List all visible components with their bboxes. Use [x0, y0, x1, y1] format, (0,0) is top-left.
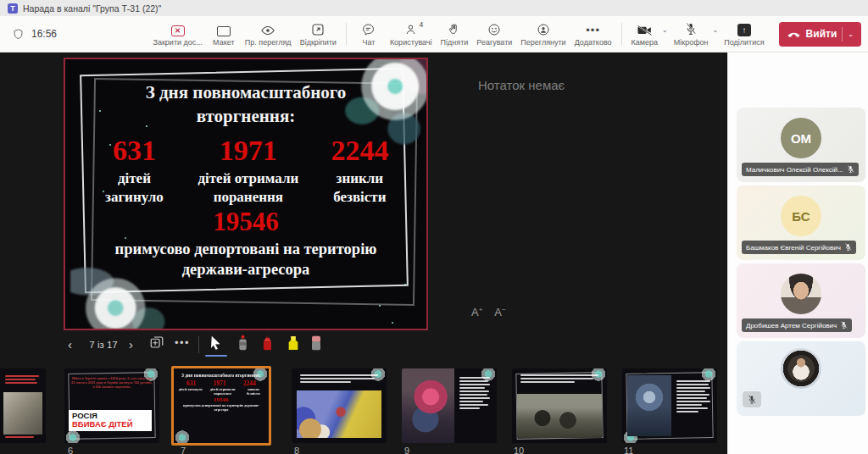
pop-out-icon	[311, 23, 325, 36]
mic-muted-icon	[847, 165, 854, 174]
avatar-photo	[781, 274, 821, 314]
leave-button[interactable]: Вийти ⌄	[779, 22, 861, 47]
participants-count: 4	[419, 20, 423, 29]
more-icon: •••	[586, 22, 600, 36]
chat-button[interactable]: Чат	[352, 20, 386, 48]
cursor-icon	[209, 335, 224, 352]
chat-icon	[361, 23, 376, 36]
share-button[interactable]: ↑ Поділитися	[720, 20, 768, 48]
thumbnail-slide-5[interactable]	[0, 368, 46, 443]
thumbnail-slide-content: З дня повномасштабного вторгнення: 63119…	[174, 368, 269, 443]
thumbnail-number: 6	[68, 446, 73, 454]
window-title-bar: T Нарада в каналі "Група Т-31 (22)"	[0, 0, 868, 16]
people-icon	[404, 23, 417, 36]
flower-decoration	[64, 430, 83, 443]
grid-view-button[interactable]	[149, 335, 164, 353]
layout-button[interactable]: Макет	[207, 20, 241, 48]
thumbnail-slide-8[interactable]	[292, 368, 387, 443]
font-increase-button[interactable]: A+	[471, 306, 482, 318]
shield-icon	[12, 28, 25, 41]
meeting-timer: 16:56	[12, 28, 57, 41]
participant-tile[interactable]: БС Башмаков Євгеній Сергійович	[737, 185, 865, 260]
thumbnail-slide-11[interactable]	[622, 368, 717, 443]
thumbnail-slide-10[interactable]	[512, 368, 607, 443]
layout-icon	[217, 26, 231, 36]
thumbnail-photo	[517, 394, 602, 438]
camera-chevron-down-icon[interactable]: ⌄	[662, 26, 668, 34]
mic-button[interactable]: Мікрофон	[670, 20, 713, 48]
leave-chevron-down-icon[interactable]: ⌄	[848, 30, 854, 38]
view-button[interactable]: Переглянути	[516, 20, 570, 48]
slide-statistics: 631 дітей загинуло 1971 дітей отримали п…	[65, 136, 426, 207]
stat-deported-label: примусово депортовані на територію держа…	[115, 239, 377, 280]
thumbnail-slide-9[interactable]	[402, 368, 497, 443]
meeting-controls: Чат 4 Користувачі Підняти Реагувати Пере…	[352, 20, 616, 48]
eraser-tool-button[interactable]	[310, 335, 322, 355]
laser-pointer-button[interactable]	[237, 335, 248, 355]
stat-deported-value: 19546	[213, 208, 279, 235]
pointer-tool-button[interactable]	[209, 335, 224, 355]
highlighter-tool-button[interactable]	[287, 335, 300, 355]
close-share-button[interactable]: ✕ Закрити дос...	[148, 20, 206, 48]
highlighter-icon	[287, 335, 300, 352]
thumbnail-banner: РОСІЯ ВБИВАЄ ДІТЕЙ	[69, 410, 152, 431]
camera-button[interactable]: Камера	[627, 20, 662, 48]
teams-logo-icon: T	[8, 3, 18, 14]
thumbnail-slide-6[interactable]: Війна в Україні триває з 2014 року. З то…	[64, 368, 159, 443]
participant-tile[interactable]	[737, 341, 865, 416]
participant-tile[interactable]: Дробишев Артем Сергійович	[737, 263, 865, 338]
slide-more-button[interactable]: •••	[175, 335, 190, 352]
previous-slide-button[interactable]: ‹	[68, 335, 72, 355]
raised-hand-icon	[448, 22, 460, 36]
mic-chevron-down-icon[interactable]: ⌄	[713, 26, 719, 34]
nav-divider	[198, 336, 199, 353]
notes-font-controls: A+ A−	[471, 306, 506, 318]
slide-content: З дня повномасштабного вторгнення: 631 д…	[65, 59, 426, 329]
stat-missing: 2244 зникли безвісти	[315, 136, 404, 207]
participant-tile[interactable]: ОМ Маличкович Олексій Олексій...	[737, 108, 865, 182]
participants-panel: ОМ Маличкович Олексій Олексій... БС Башм…	[727, 53, 868, 454]
close-share-icon: ✕	[171, 25, 185, 36]
slide-navigation-bar: ‹ 7 із 17 › •••	[0, 335, 727, 358]
next-slide-button[interactable]: ›	[129, 335, 133, 355]
react-button[interactable]: Реагувати	[472, 20, 516, 48]
thumbnail-number: 11	[624, 446, 633, 454]
thumbnail-number: 9	[404, 446, 409, 454]
raise-hand-button[interactable]: Підняти	[437, 20, 473, 48]
font-decrease-button[interactable]: A−	[494, 306, 505, 318]
more-button[interactable]: ••• Додатково	[570, 20, 616, 48]
participant-name-tag: Дробишев Артем Сергійович	[742, 318, 852, 332]
laser-pointer-icon	[237, 335, 248, 352]
leave-divider	[842, 27, 843, 42]
slide-title: З дня повномасштабного вторгнення:	[146, 81, 347, 129]
thumbnail-text: Війна в Україні триває з 2014 року. З то…	[71, 376, 153, 389]
thumbnail-number: 10	[514, 446, 524, 454]
pen-tool-button[interactable]	[261, 335, 274, 355]
teams-meeting-window: T Нарада в каналі "Група Т-31 (22)" 16:5…	[0, 0, 868, 454]
thumbnail-photo	[627, 375, 671, 436]
participants-button[interactable]: 4 Користувачі	[386, 20, 437, 48]
presenter-view-button[interactable]: Пр. перегляд	[241, 20, 296, 48]
smiley-icon	[487, 23, 501, 36]
participant-name-tag: Маличкович Олексій Олексій...	[742, 163, 859, 176]
presentation-stage: З дня повномасштабного вторгнення: 631 д…	[0, 53, 727, 454]
notes-empty-text: Нотаток немає	[478, 78, 565, 92]
current-slide: З дня повномасштабного вторгнення: 631 д…	[64, 58, 428, 330]
avatar: ОМ	[781, 118, 821, 158]
camera-off-icon	[637, 24, 653, 36]
stat-wounded: 1971 дітей отримали поранення	[181, 136, 315, 207]
thumbnail-slide-7-selected[interactable]: З дня повномасштабного вторгнення: 63119…	[171, 366, 271, 446]
timer-value: 16:56	[31, 28, 57, 40]
flower-decoration	[698, 368, 717, 381]
thumbnail-photo	[402, 368, 454, 443]
mic-muted-icon	[748, 395, 756, 405]
mic-muted-badge	[743, 391, 761, 407]
thumbnail-photo	[297, 390, 381, 438]
view-icon	[537, 23, 550, 36]
mic-muted-icon	[840, 321, 848, 329]
unpin-button[interactable]: Відкріпити	[296, 20, 341, 48]
participant-name-tag: Башмаков Євгеній Сергійович	[742, 241, 856, 254]
share-icon: ↑	[737, 24, 751, 36]
red-pen-icon	[261, 335, 274, 352]
leave-label: Вийти	[806, 28, 837, 40]
